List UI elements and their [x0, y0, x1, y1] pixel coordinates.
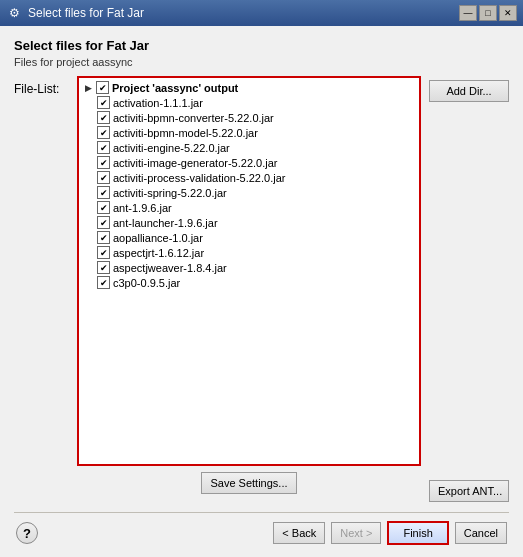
list-item[interactable]: c3p0-0.9.5.jar [81, 275, 417, 290]
export-ant-button[interactable]: Export ANT... [429, 480, 509, 502]
title-bar: ⚙ Select files for Fat Jar — □ ✕ [0, 0, 523, 26]
file-checkbox[interactable] [97, 156, 110, 169]
expand-arrow-icon[interactable]: ▶ [83, 83, 93, 93]
file-label: activiti-image-generator-5.22.0.jar [113, 157, 277, 169]
file-list-label: File-List: [14, 76, 69, 502]
file-checkbox[interactable] [97, 246, 110, 259]
list-item[interactable]: aspectjweaver-1.8.4.jar [81, 260, 417, 275]
list-item[interactable]: aspectjrt-1.6.12.jar [81, 245, 417, 260]
dialog-title: Select files for Fat Jar [14, 38, 509, 53]
file-checkbox[interactable] [97, 231, 110, 244]
file-label: activiti-spring-5.22.0.jar [113, 187, 227, 199]
action-bar-center: < Back Next > Finish Cancel [273, 521, 507, 545]
file-label: Project 'aassync' output [112, 82, 238, 94]
file-label: activation-1.1.1.jar [113, 97, 203, 109]
help-button[interactable]: ? [16, 522, 38, 544]
file-checkbox[interactable] [97, 111, 110, 124]
file-label: aopalliance-1.0.jar [113, 232, 203, 244]
list-item[interactable]: ant-1.9.6.jar [81, 200, 417, 215]
file-tree-box[interactable]: ▶Project 'aassync' outputactivation-1.1.… [77, 76, 421, 466]
file-checkbox[interactable] [97, 216, 110, 229]
right-buttons: Add Dir... Export ANT... [429, 76, 509, 502]
list-item[interactable]: ▶Project 'aassync' output [81, 80, 417, 95]
list-item[interactable]: activiti-image-generator-5.22.0.jar [81, 155, 417, 170]
list-item[interactable]: activiti-process-validation-5.22.0.jar [81, 170, 417, 185]
cancel-button[interactable]: Cancel [455, 522, 507, 544]
title-bar-buttons: — □ ✕ [459, 5, 517, 21]
action-bar: ? < Back Next > Finish Cancel [14, 521, 509, 545]
file-checkbox[interactable] [97, 126, 110, 139]
separator [14, 512, 509, 513]
dialog-subtitle: Files for project aassync [14, 56, 509, 68]
next-button[interactable]: Next > [331, 522, 381, 544]
file-label: ant-1.9.6.jar [113, 202, 172, 214]
save-settings-button[interactable]: Save Settings... [201, 472, 296, 494]
list-item[interactable]: ant-launcher-1.9.6.jar [81, 215, 417, 230]
list-item[interactable]: aopalliance-1.0.jar [81, 230, 417, 245]
file-label: activiti-process-validation-5.22.0.jar [113, 172, 285, 184]
list-item[interactable]: activiti-bpmn-model-5.22.0.jar [81, 125, 417, 140]
action-bar-left: ? [16, 522, 38, 544]
back-button[interactable]: < Back [273, 522, 325, 544]
list-item[interactable]: activiti-spring-5.22.0.jar [81, 185, 417, 200]
gear-icon: ⚙ [6, 5, 22, 21]
file-label: activiti-engine-5.22.0.jar [113, 142, 230, 154]
close-button[interactable]: ✕ [499, 5, 517, 21]
file-checkbox[interactable] [97, 141, 110, 154]
title-bar-left: ⚙ Select files for Fat Jar [6, 5, 144, 21]
dialog-header: Select files for Fat Jar Files for proje… [14, 38, 509, 68]
bottom-buttons-row: Save Settings... [77, 472, 421, 494]
file-checkbox[interactable] [97, 186, 110, 199]
maximize-button[interactable]: □ [479, 5, 497, 21]
file-label: aspectjweaver-1.8.4.jar [113, 262, 227, 274]
file-label: ant-launcher-1.9.6.jar [113, 217, 218, 229]
finish-button[interactable]: Finish [387, 521, 448, 545]
dialog-body: Select files for Fat Jar Files for proje… [0, 26, 523, 557]
content-area: File-List: ▶Project 'aassync' outputacti… [14, 76, 509, 502]
add-dir-button[interactable]: Add Dir... [429, 80, 509, 102]
file-checkbox[interactable] [97, 201, 110, 214]
file-checkbox[interactable] [97, 261, 110, 274]
file-list-container: ▶Project 'aassync' outputactivation-1.1.… [77, 76, 421, 502]
file-checkbox[interactable] [97, 276, 110, 289]
file-checkbox[interactable] [96, 81, 109, 94]
file-label: activiti-bpmn-model-5.22.0.jar [113, 127, 258, 139]
title-bar-title: Select files for Fat Jar [28, 6, 144, 20]
file-checkbox[interactable] [97, 171, 110, 184]
file-label: aspectjrt-1.6.12.jar [113, 247, 204, 259]
file-checkbox[interactable] [97, 96, 110, 109]
file-label: activiti-bpmn-converter-5.22.0.jar [113, 112, 274, 124]
file-label: c3p0-0.9.5.jar [113, 277, 180, 289]
list-item[interactable]: activation-1.1.1.jar [81, 95, 417, 110]
list-item[interactable]: activiti-bpmn-converter-5.22.0.jar [81, 110, 417, 125]
minimize-button[interactable]: — [459, 5, 477, 21]
list-item[interactable]: activiti-engine-5.22.0.jar [81, 140, 417, 155]
